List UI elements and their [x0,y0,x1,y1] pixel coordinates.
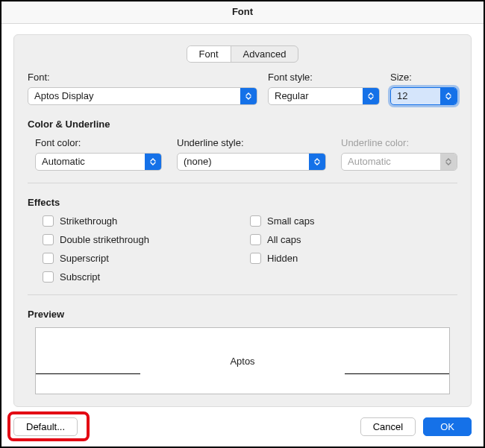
checkbox-icon [250,215,261,227]
hidden-checkbox[interactable]: Hidden [250,253,457,264]
strikethrough-label: Strikethrough [60,215,117,227]
underline-style-label: Underline style: [177,137,326,148]
font-color-combobox[interactable]: Automatic [35,153,162,171]
tab-font[interactable]: Font [187,46,231,62]
size-combobox[interactable]: 12 [390,87,457,105]
all-caps-label: All caps [267,234,301,245]
preview-baseline-right [345,373,449,374]
hidden-label: Hidden [267,253,298,264]
checkbox-icon [43,253,54,264]
double-strikethrough-label: Double strikethrough [60,234,149,245]
preview-area: Aptos [35,327,450,394]
small-caps-checkbox[interactable]: Small caps [250,215,457,227]
effects-heading: Effects [28,197,457,208]
cancel-button[interactable]: Cancel [360,417,416,436]
underline-color-value: Automatic [342,154,440,170]
checkbox-icon [43,234,54,245]
superscript-label: Superscript [60,253,109,264]
all-caps-checkbox[interactable]: All caps [250,234,457,245]
preview-text: Aptos [230,356,254,367]
font-color-label: Font color: [35,137,162,148]
chevron-updown-icon [440,88,457,104]
strikethrough-checkbox[interactable]: Strikethrough [43,215,250,227]
checkbox-icon [43,215,54,227]
underline-color-combobox: Automatic [341,153,457,171]
chevron-updown-icon [240,88,257,104]
font-color-value: Automatic [36,154,145,170]
superscript-checkbox[interactable]: Superscript [43,253,250,264]
size-value: 12 [391,88,440,104]
chevron-updown-icon [440,154,457,170]
underline-style-combobox[interactable]: (none) [177,153,326,171]
ok-button[interactable]: OK [423,417,472,436]
subscript-label: Subscript [60,271,100,283]
default-button[interactable]: Default... [13,417,78,436]
double-strikethrough-checkbox[interactable]: Double strikethrough [43,234,250,245]
font-style-combobox[interactable]: Regular [268,87,380,105]
chevron-updown-icon [309,154,325,170]
font-value: Aptos Display [28,88,240,104]
font-style-value: Regular [269,88,363,104]
chevron-updown-icon [145,154,161,170]
subscript-checkbox[interactable]: Subscript [43,271,250,283]
font-label: Font: [28,72,257,83]
underline-style-value: (none) [178,154,309,170]
tab-segmented: Font Advanced [187,45,299,63]
divider [28,294,457,295]
color-underline-heading: Color & Underline [28,119,457,130]
small-caps-label: Small caps [267,215,315,227]
preview-baseline-left [36,373,140,374]
dialog-footer: Default... Cancel OK [13,417,472,436]
checkbox-icon [250,253,261,264]
font-style-label: Font style: [268,72,380,83]
chevron-updown-icon [363,88,379,104]
font-panel: Font Advanced Font: Aptos Display Font s… [13,34,472,407]
underline-color-label: Underline color: [341,137,457,148]
checkbox-icon [250,234,261,245]
divider [28,183,457,183]
checkbox-icon [43,271,54,283]
tab-advanced[interactable]: Advanced [231,46,298,62]
dialog-title: Font [1,1,484,24]
preview-heading: Preview [28,309,457,320]
size-label: Size: [390,72,457,83]
font-combobox[interactable]: Aptos Display [28,87,257,105]
